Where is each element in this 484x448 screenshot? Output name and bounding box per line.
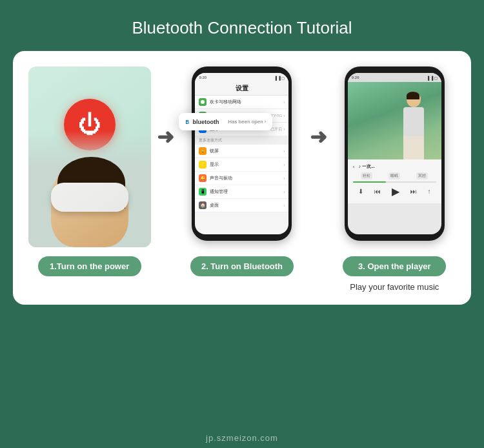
desktop-chevron: ›	[283, 203, 285, 208]
music-status-icons: ▐ ▐ ◻	[427, 76, 438, 80]
lock-text: 锁屏	[210, 148, 283, 154]
bluetooth-popup: ʙ bluetooth Has been open ›	[179, 113, 272, 130]
settings-item-sound[interactable]: 🔔 声音与振动 ›	[195, 172, 288, 185]
music-playback-buttons: ⬇ ⏮ ▶ ⏭ ↑	[353, 185, 436, 198]
display-text: 显示	[210, 161, 283, 168]
play-btn[interactable]: ▶	[392, 185, 399, 198]
phone-frame-2: 9:20 ▐ ▐ ◻ 设置 欢卡与移动网络 ›	[192, 66, 292, 241]
tag-3: 冥想	[416, 172, 428, 179]
music-album-art	[348, 82, 441, 159]
display-icon: ⭐	[199, 161, 207, 168]
arrow-2-icon: ➜	[310, 125, 327, 149]
sound-icon: 🔔	[199, 174, 207, 182]
sound-text: 声音与振动	[210, 175, 283, 181]
lock-chevron: ›	[283, 149, 285, 154]
eye-massager	[51, 183, 128, 212]
main-card: ⏻ 1.Turn on the power ➜	[13, 51, 471, 305]
network-icon	[199, 98, 207, 106]
music-tags: 轻松 睡眠 冥想	[353, 172, 436, 179]
girl-legs	[403, 136, 424, 159]
settings-item-lock[interactable]: 🔒 锁屏 ›	[195, 145, 288, 158]
step2-phone: 9:20 ▐ ▐ ◻ 设置 欢卡与移动网络 ›	[185, 66, 298, 247]
desktop-text: 桌面	[210, 202, 283, 209]
network-text: 欢卡与移动网络	[210, 99, 283, 105]
bt-popup-icon: ʙ	[185, 117, 189, 126]
step-2: 9:20 ▐ ▐ ◻ 设置 欢卡与移动网络 ›	[177, 66, 307, 276]
step1-image: ⏻	[28, 66, 151, 247]
notif-chevron: ›	[283, 190, 285, 194]
music-progress-bar	[353, 181, 436, 183]
settings-item-display[interactable]: ⭐ 显示 ›	[195, 158, 288, 172]
music-player-controls: ‹ ♪ 一次... 轻松 睡眠 冥想	[348, 159, 441, 203]
display-chevron: ›	[283, 163, 285, 167]
settings-item-network[interactable]: 欢卡与移动网络 ›	[195, 96, 288, 109]
network-chevron: ›	[283, 100, 285, 105]
notif-icon: 📱	[199, 188, 207, 196]
tag-1: 轻松	[361, 172, 372, 179]
settings-group: 更多连接方式	[195, 136, 288, 145]
step-3: 9:26 ▐ ▐ ◻	[330, 66, 459, 293]
music-time: 9:26	[352, 76, 359, 79]
next-btn[interactable]: ⏭	[410, 188, 417, 195]
bluetooth-chevron: ›	[283, 127, 285, 132]
steps-row: ⏻ 1.Turn on the power ➜	[25, 66, 459, 293]
music-track-info: ♪ 一次...	[358, 163, 436, 170]
lock-icon: 🔒	[199, 147, 207, 155]
prev-btn[interactable]: ⏮	[374, 188, 381, 195]
arrow-1-icon: ➜	[157, 125, 174, 149]
watermark: jp.szmeizon.com	[206, 433, 278, 443]
settings-item-desktop[interactable]: 🏠 桌面 ›	[195, 199, 288, 212]
status-bar-2: 9:20 ▐ ▐ ◻	[195, 73, 288, 82]
svg-point-0	[201, 100, 205, 104]
wlan-chevron: ›	[283, 114, 285, 118]
phone-frame-3: 9:26 ▐ ▐ ◻	[345, 66, 445, 241]
notif-text: 通知管理	[210, 188, 283, 195]
step3-phone: 9:26 ▐ ▐ ◻	[338, 66, 451, 247]
music-progress-fill	[353, 181, 387, 183]
settings-header: 设置	[195, 82, 288, 96]
back-arrow[interactable]: ‹	[353, 164, 355, 170]
music-status-bar: 9:26 ▐ ▐ ◻	[348, 73, 441, 82]
step-1: ⏻ 1.Turn on the power	[25, 66, 154, 276]
settings-item-notif[interactable]: 📱 通知管理 ›	[195, 185, 288, 199]
desktop-icon: 🏠	[199, 201, 207, 209]
status-icons: ▐ ▐ ◻	[274, 76, 285, 80]
music-screen: 9:26 ▐ ▐ ◻	[348, 73, 441, 234]
bt-popup-name: bluetooth	[192, 119, 228, 125]
sound-chevron: ›	[283, 176, 285, 181]
girl-torso	[403, 107, 424, 136]
bluetooth-value: 已开启	[270, 127, 282, 132]
step-1-label: 1.Turn on the power	[38, 256, 141, 276]
tag-2: 睡眠	[388, 172, 400, 179]
music-info: ♪ 一次...	[358, 163, 436, 170]
music-girl	[396, 92, 432, 159]
girl-head	[407, 92, 421, 107]
head-shape	[51, 157, 128, 247]
step-2-label: 2. Turn on Bluetooth	[190, 256, 294, 276]
step-3-label: 3. Open the player	[343, 256, 446, 276]
arrow-2: ➜	[307, 125, 330, 149]
person-silhouette	[28, 131, 151, 247]
play-favorite-text: Play your favorite music	[350, 281, 439, 293]
download-btn[interactable]: ⬇	[358, 188, 363, 195]
arrow-1: ➜	[154, 125, 177, 149]
page-title: Bluetooth Connection Tutorial	[132, 18, 352, 38]
girl-hair	[407, 92, 419, 99]
bt-popup-status: Has been open ›	[228, 119, 266, 125]
music-nav: ‹ ♪ 一次...	[353, 163, 436, 170]
status-time: 9:20	[199, 76, 207, 79]
share-btn[interactable]: ↑	[427, 188, 430, 195]
phone-screen-2: 9:20 ▐ ▐ ◻ 设置 欢卡与移动网络 ›	[195, 73, 288, 234]
